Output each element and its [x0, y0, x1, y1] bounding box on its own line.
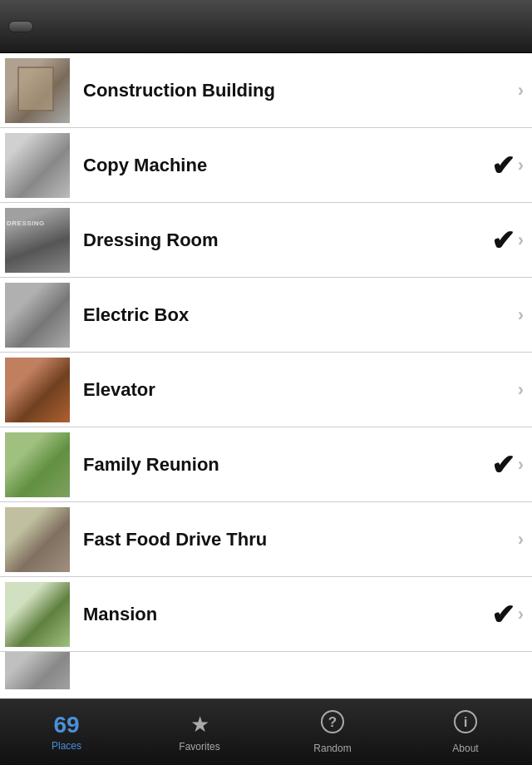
tab-random[interactable]: ?Random	[266, 699, 399, 765]
question-icon: ?	[321, 710, 344, 739]
thumbnail-family-reunion	[5, 432, 70, 497]
thumbnail-copy-machine	[5, 133, 70, 198]
list-item-partial-item[interactable]	[0, 652, 532, 689]
thumbnail-mansion	[5, 582, 70, 647]
item-label-family-reunion: Family Reunion	[75, 454, 491, 476]
tab-label-about: About	[452, 743, 478, 754]
item-label-construction-building: Construction Building	[75, 80, 518, 101]
tab-label-random: Random	[313, 743, 351, 754]
svg-text:i: i	[464, 714, 468, 730]
item-label-fast-food-drive-thru: Fast Food Drive Thru	[75, 529, 518, 550]
list-item-electric-box[interactable]: Electric Box›	[0, 278, 532, 353]
checkmark-mansion: ✔	[491, 598, 515, 631]
info-icon: i	[454, 710, 477, 739]
chevron-icon-electric-box: ›	[518, 304, 524, 326]
list-item-construction-building[interactable]: Construction Building›	[0, 53, 532, 128]
list-item-dressing-room[interactable]: Dressing Room✔›	[0, 203, 532, 278]
item-label-dressing-room: Dressing Room	[75, 230, 491, 251]
chevron-icon-construction-building: ›	[518, 80, 524, 101]
tab-places[interactable]: 69Places	[0, 699, 133, 765]
chevron-icon-elevator: ›	[518, 379, 524, 401]
chevron-icon-dressing-room: ›	[518, 230, 524, 251]
list-container: Construction Building›Copy Machine✔›Dres…	[0, 53, 532, 698]
checkmark-family-reunion: ✔	[491, 448, 515, 481]
star-icon: ★	[190, 712, 209, 738]
tab-favorites[interactable]: ★Favorites	[133, 699, 266, 765]
list-item-elevator[interactable]: Elevator›	[0, 353, 532, 427]
tab-label-places: Places	[52, 740, 81, 752]
checkmark-copy-machine: ✔	[491, 149, 515, 182]
chevron-icon-family-reunion: ›	[518, 454, 524, 476]
item-label-electric-box: Electric Box	[75, 304, 518, 326]
item-label-copy-machine: Copy Machine	[75, 155, 491, 176]
chevron-icon-copy-machine: ›	[518, 155, 524, 176]
list-item-fast-food-drive-thru[interactable]: Fast Food Drive Thru›	[0, 502, 532, 577]
thumbnail-fast-food-drive-thru	[5, 507, 70, 572]
tab-about[interactable]: iAbout	[399, 699, 532, 765]
svg-text:?: ?	[328, 714, 337, 730]
item-label-elevator: Elevator	[75, 379, 518, 401]
number-icon: 69	[53, 713, 79, 737]
tab-label-favorites: Favorites	[179, 741, 219, 753]
item-label-mansion: Mansion	[75, 604, 491, 625]
list-item-copy-machine[interactable]: Copy Machine✔›	[0, 128, 532, 203]
thumbnail-partial-item	[5, 652, 70, 689]
thumbnail-elevator	[5, 358, 70, 422]
back-button[interactable]	[8, 21, 33, 32]
checkmark-dressing-room: ✔	[491, 224, 515, 257]
list-item-family-reunion[interactable]: Family Reunion✔›	[0, 427, 532, 502]
chevron-icon-mansion: ›	[518, 604, 524, 625]
thumbnail-construction-building	[5, 58, 70, 123]
tab-bar: 69Places★Favorites?RandomiAbout	[0, 698, 532, 765]
thumbnail-electric-box	[5, 283, 70, 348]
chevron-icon-fast-food-drive-thru: ›	[518, 529, 524, 550]
nav-bar	[0, 0, 532, 53]
list-item-mansion[interactable]: Mansion✔›	[0, 577, 532, 652]
thumbnail-dressing-room	[5, 208, 70, 273]
